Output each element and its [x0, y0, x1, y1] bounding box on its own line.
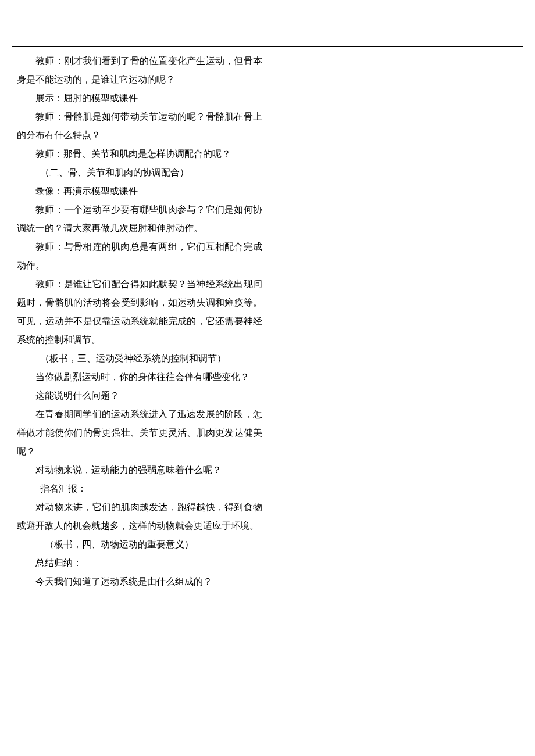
- paragraph-1: 展示：屈肘的模型或课件: [17, 89, 262, 108]
- paragraph-4: （二、骨、关节和肌肉的协调配合）: [17, 163, 262, 182]
- paragraph-6: 教师：一个运动至少要有哪些肌肉参与？它们是如何协调统一的？请大家再做几次屈肘和伸…: [17, 200, 262, 238]
- paragraph-17: 总结归纳：: [17, 554, 262, 572]
- paragraph-9: （板书，三、运动受神经系统的控制和调节）: [17, 349, 262, 368]
- right-column: [268, 47, 523, 691]
- paragraph-2: 教师：骨骼肌是如何带动关节运动的呢？骨骼肌在骨上的分布有什么特点？: [17, 108, 262, 145]
- document-container: 教师：刚才我们看到了骨的位置变化产生运动，但骨本身是不能运动的，是谁让它运动的呢…: [12, 46, 523, 691]
- paragraph-10: 当你做剧烈运动时，你的身体往往会伴有哪些变化？: [17, 368, 262, 386]
- paragraph-11: 这能说明什么问题？: [17, 386, 262, 405]
- paragraph-13: 对动物来说，运动能力的强弱意味着什么呢？: [17, 461, 262, 479]
- paragraph-7: 教师：与骨相连的肌肉总是有两组，它们互相配合完成动作。: [17, 238, 262, 275]
- paragraph-18: 今天我们知道了运动系统是由什么组成的？: [17, 572, 262, 591]
- paragraph-16: （板书，四、动物运动的重要意义）: [17, 535, 262, 554]
- paragraph-3: 教师：那骨、关节和肌肉是怎样协调配合的呢？: [17, 145, 262, 163]
- left-column: 教师：刚才我们看到了骨的位置变化产生运动，但骨本身是不能运动的，是谁让它运动的呢…: [12, 47, 268, 691]
- paragraph-0: 教师：刚才我们看到了骨的位置变化产生运动，但骨本身是不能运动的，是谁让它运动的呢…: [17, 52, 262, 89]
- paragraph-12: 在青春期同学们的运动系统进入了迅速发展的阶段，怎样做才能使你们的骨更强壮、关节更…: [17, 405, 262, 461]
- paragraph-14: 指名汇报：: [17, 479, 262, 498]
- paragraph-5: 录像：再演示模型或课件: [17, 182, 262, 200]
- paragraph-15: 对动物来讲，它们的肌肉越发达，跑得越快，得到食物或避开敌人的机会就越多，这样的动…: [17, 498, 262, 535]
- paragraph-8: 教师：是谁让它们配合得如此默契？当神经系统出现问题时，骨骼肌的活动将会受到影响，…: [17, 275, 262, 349]
